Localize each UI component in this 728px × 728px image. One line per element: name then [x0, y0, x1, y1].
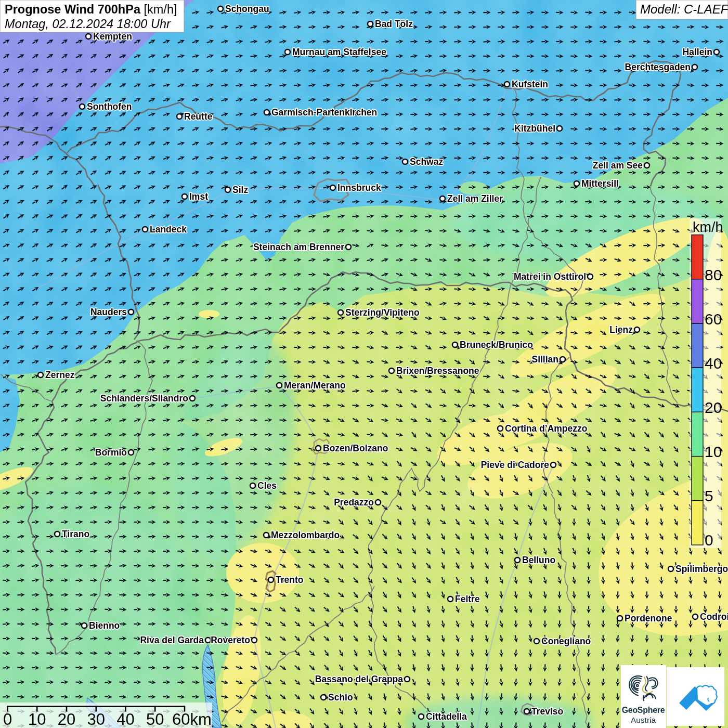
svg-text:40: 40 [116, 710, 134, 728]
svg-text:Kufstein: Kufstein [512, 79, 548, 89]
svg-text:Sonthofen: Sonthofen [87, 101, 132, 112]
svg-text:Bormio: Bormio [95, 447, 127, 458]
svg-text:Spilimbergo: Spilimbergo [675, 564, 728, 574]
svg-text:Zernez: Zernez [45, 370, 75, 380]
svg-text:Bozen/Bolzano: Bozen/Bolzano [323, 443, 388, 453]
svg-text:Predazzo: Predazzo [334, 497, 374, 508]
svg-text:Mezzolombardo: Mezzolombardo [271, 530, 340, 540]
svg-text:Kitzbühel: Kitzbühel [514, 123, 555, 134]
svg-text:Hallein: Hallein [683, 47, 712, 57]
svg-text:Bad Tölz: Bad Tölz [375, 19, 413, 29]
svg-text:60: 60 [705, 310, 722, 328]
svg-text:Sterzing/Vipiteno: Sterzing/Vipiteno [345, 307, 420, 318]
svg-text:80: 80 [705, 266, 722, 283]
svg-text:Imst: Imst [189, 191, 208, 202]
svg-text:Schio: Schio [328, 692, 353, 703]
svg-text:Treviso: Treviso [531, 706, 563, 717]
svg-text:Garmisch-Partenkirchen: Garmisch-Partenkirchen [271, 107, 377, 118]
svg-text:GeoSphere: GeoSphere [622, 706, 665, 714]
svg-text:Steinach am Brenner: Steinach am Brenner [253, 242, 344, 252]
svg-text:Landeck: Landeck [150, 224, 187, 235]
svg-text:Conegliano: Conegliano [541, 636, 591, 646]
svg-text:Cittadella: Cittadella [426, 711, 467, 722]
svg-text:Trento: Trento [276, 575, 303, 585]
svg-text:Belluno: Belluno [522, 555, 555, 565]
svg-text:Riva del Garda: Riva del Garda [140, 635, 204, 645]
svg-text:Rovereto: Rovereto [211, 635, 250, 645]
svg-text:Prognose Wind 700hPa [km/h]: Prognose Wind 700hPa [km/h] [5, 3, 177, 16]
svg-text:0: 0 [3, 710, 12, 728]
svg-text:Austria: Austria [631, 716, 656, 724]
svg-text:Silz: Silz [232, 185, 248, 195]
svg-text:Nauders: Nauders [90, 307, 127, 317]
svg-text:Schongau: Schongau [225, 4, 269, 14]
svg-text:Murnau am Staffelsee: Murnau am Staffelsee [292, 47, 386, 57]
svg-text:Meran/Merano: Meran/Merano [284, 380, 346, 391]
svg-text:Berchtesgaden: Berchtesgaden [625, 62, 691, 72]
svg-text:Bruneck/Brunico: Bruneck/Brunico [460, 340, 533, 350]
svg-text:Montag, 02.12.2024 18:00 Uhr: Montag, 02.12.2024 18:00 Uhr [5, 17, 171, 31]
svg-text:5: 5 [705, 487, 713, 504]
svg-text:30: 30 [87, 710, 105, 728]
svg-text:Pordenone: Pordenone [625, 613, 672, 623]
svg-text:60km: 60km [172, 710, 212, 728]
svg-text:Feltre: Feltre [455, 594, 480, 604]
svg-text:20: 20 [705, 399, 722, 416]
svg-text:Kempten: Kempten [93, 31, 132, 42]
svg-text:Brixen/Bressanone: Brixen/Bressanone [396, 366, 479, 376]
svg-text:Sillian: Sillian [531, 354, 558, 365]
svg-text:Cortina d’Ampezzo: Cortina d’Ampezzo [505, 423, 587, 434]
svg-text:Cles: Cles [257, 480, 277, 491]
svg-text:km/h: km/h [693, 219, 723, 235]
svg-text:Mittersill: Mittersill [581, 178, 619, 189]
svg-text:Tirano: Tirano [62, 529, 89, 539]
svg-text:50: 50 [146, 710, 164, 728]
svg-text:Modell: C-LAEF: Modell: C-LAEF [640, 2, 728, 16]
svg-text:Codroipo: Codroipo [700, 612, 728, 622]
svg-text:10: 10 [28, 710, 46, 728]
svg-text:Schwaz: Schwaz [410, 157, 443, 167]
svg-text:40: 40 [705, 355, 722, 372]
svg-text:Bienno: Bienno [89, 620, 120, 631]
svg-text:Schlanders/Silandro: Schlanders/Silandro [100, 393, 188, 404]
svg-text:Bassano del Grappa: Bassano del Grappa [315, 674, 403, 684]
svg-text:Zell am See: Zell am See [593, 160, 643, 171]
svg-text:Innsbruck: Innsbruck [337, 183, 381, 193]
svg-text:10: 10 [705, 443, 722, 460]
svg-text:Pieve di Cadore: Pieve di Cadore [481, 460, 550, 470]
svg-text:Matrei in Osttirol: Matrei in Osttirol [514, 271, 586, 282]
svg-text:Reutte: Reutte [184, 111, 213, 122]
svg-text:20: 20 [58, 710, 75, 728]
svg-text:0: 0 [705, 531, 713, 549]
svg-text:Zell am Ziller: Zell am Ziller [447, 193, 503, 204]
svg-text:Lienz: Lienz [609, 324, 633, 335]
